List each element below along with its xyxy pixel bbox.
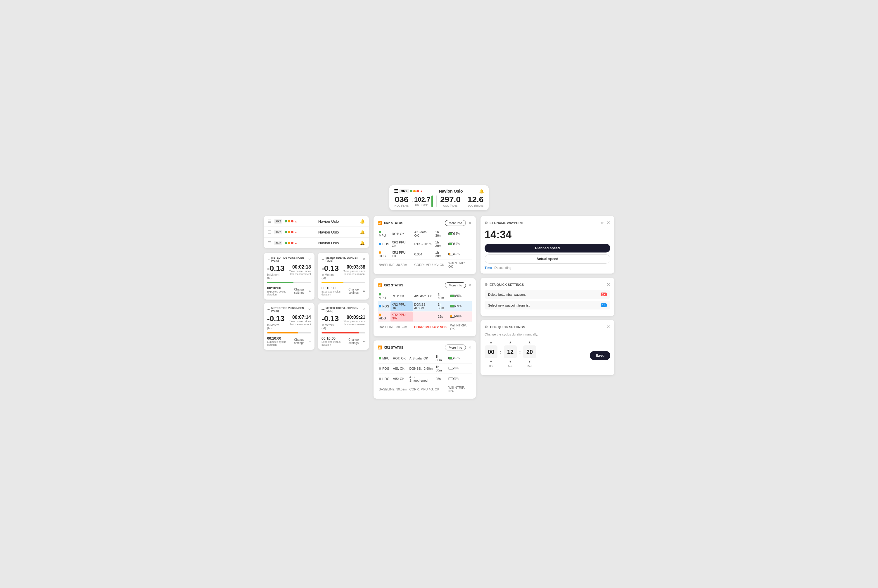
tide-card-1: 〰 METEO TIDE VLISSINGEN (VLIS) ✕ -0.13 I… [264, 253, 315, 300]
time-unit-sec: ▲ 20 ▼ Sec [523, 340, 536, 368]
rot-left-arrow: ‹ [412, 200, 413, 203]
menu-icon-2[interactable]: ☰ [268, 230, 272, 234]
vessel-list: ☰ XR2 ▲ Navion Oslo 🔔 ☰ XR2 [264, 216, 369, 248]
vessel-tag: XR2 [399, 189, 409, 194]
tide-unit-4: In Meters (M) [321, 324, 339, 330]
change-settings-btn-3[interactable]: Change settings ✏ [291, 338, 311, 345]
vessel-bell-2[interactable]: 🔔 [360, 230, 365, 234]
tide-progress-4 [321, 332, 365, 333]
vessel-item-3[interactable]: ☰ XR2 ▲ Navion Oslo 🔔 [264, 238, 369, 248]
tide-progress-1 [267, 282, 311, 283]
tide-time-label-2: Time passed since last measurement [339, 270, 365, 276]
edit-icon-4: ✏ [363, 340, 365, 343]
vessel-name-1: Navion Oslo [300, 219, 357, 224]
tide-qs-save-btn[interactable]: Save [590, 351, 610, 360]
min-label: Min [508, 365, 513, 368]
eta-edit-btn[interactable]: ✏ [600, 220, 604, 225]
sec-label: Sec [527, 365, 532, 368]
battery-mpu-3: 85% [448, 357, 460, 360]
xr2-card-2: 📶 XR2 STATUS More info ✕ MPU ROT: OK AIS… [374, 278, 476, 336]
tide-close-1[interactable]: ✕ [308, 257, 311, 261]
tide-cyclus-label-1: Expected cyclus duration [267, 290, 291, 296]
min-up-btn[interactable]: ▲ [508, 340, 513, 345]
vessel-item-1[interactable]: ☰ XR2 ▲ Navion Oslo 🔔 [264, 216, 369, 227]
tide-qs-close-btn[interactable]: ✕ [606, 324, 610, 330]
tide-close-4[interactable]: ✕ [362, 308, 365, 312]
hamburger-icon[interactable]: ☰ [394, 188, 398, 194]
middle-section: 📶 XR2 STATUS More info ✕ MPU ROT: OK AIS… [374, 216, 476, 403]
xr2-row-hdg-1: HDG XR2 PPU: OK 0.004 1h 30m 46% [378, 249, 472, 260]
vessel-name-2: Navion Oslo [300, 230, 357, 234]
tide-card-2: 〰 METEO TIDE VLISSINGEN (VLIS) ✕ -0.13 I… [318, 253, 369, 300]
xr2-row-hdg-2: HDG XR2 PPU: N/A 25s 46% [378, 312, 472, 322]
vessel-item-2[interactable]: ☰ XR2 ▲ Navion Oslo 🔔 [264, 227, 369, 238]
tide-qs-gear-icon: ⚙ [485, 325, 488, 329]
vessel-tag-3: XR2 [274, 241, 282, 245]
planned-speed-btn[interactable]: Planned speed [485, 244, 610, 252]
xr2-close-2[interactable]: ✕ [468, 283, 472, 288]
eta-time-label[interactable]: Time [485, 266, 492, 270]
hrs-up-btn[interactable]: ▲ [489, 340, 493, 345]
menu-icon-3[interactable]: ☰ [268, 240, 272, 245]
vessel-bell-1[interactable]: 🔔 [360, 219, 365, 224]
edit-icon-1: ✏ [309, 290, 311, 293]
change-settings-btn-1[interactable]: Change settings ✏ [291, 288, 311, 294]
select-badge: 19 [600, 303, 607, 307]
delete-waypoint-btn[interactable]: Delete bottombar waypont 1× [485, 290, 610, 298]
delete-waypoint-label: Delete bottombar waypont [488, 293, 525, 296]
xr2-row-mpu-1: MPU ROT: OK AIS data: OK 1h 30m 85% [378, 229, 472, 239]
tide-cards-grid: 〰 METEO TIDE VLISSINGEN (VLIS) ✕ -0.13 I… [264, 253, 369, 350]
baseline-row-1: BASELINE 30.52m CORR: MPU 4G: OK Wifi NT… [378, 260, 472, 270]
tide-cyclus-value-1: 00:10:00 [267, 286, 291, 290]
xr2-row-pos-3: POS AIS: OK DGNSS: -0.90m 1h 30m N/A [378, 363, 472, 374]
dot-green [410, 190, 413, 192]
tide-title-3: METEO TIDE VLISSINGEN (VLIS) [271, 307, 308, 312]
tide-close-2[interactable]: ✕ [362, 257, 365, 261]
bell-icon[interactable]: 🔔 [479, 189, 484, 194]
xr2-title-1: XR2 STATUS [384, 221, 403, 225]
sec-up-btn[interactable]: ▲ [527, 340, 532, 345]
hrs-down-btn[interactable]: ▼ [489, 359, 493, 364]
tide-value-4: -0.13 [321, 315, 339, 322]
tide-unit-2: In Meters (M) [321, 273, 339, 280]
change-settings-btn-4[interactable]: Change settings ✏ [345, 338, 365, 345]
tide-card-3: 〰 METEO TIDE VLISSINGEN (VLIS) ✕ -0.13 I… [264, 303, 315, 350]
eta-close-btn[interactable]: ✕ [606, 220, 610, 226]
rot-container: ‹ 102.7 ROT (°/min) [412, 195, 433, 207]
main-layout: ☰ XR2 ▲ Navion Oslo 🔔 ☰ XR2 [264, 216, 614, 403]
xr2-close-1[interactable]: ✕ [468, 220, 472, 225]
wifi-icon-2: 📶 [378, 283, 382, 287]
change-settings-btn-2[interactable]: Change settings ✏ [345, 288, 365, 294]
more-info-btn-2[interactable]: More info [445, 282, 466, 288]
actual-speed-btn[interactable]: Actual speed [485, 254, 610, 264]
select-waypoint-btn[interactable]: Select new waypoint from list 19 [485, 301, 610, 309]
min-down-btn[interactable]: ▼ [508, 359, 513, 364]
more-info-btn-1[interactable]: More info [445, 220, 466, 226]
tide-unit-1: In Meters (M) [267, 273, 284, 280]
xr2-table-2: MPU ROT: OK AIS data: OK 1h 30m 85% POS [378, 291, 472, 332]
tide-close-3[interactable]: ✕ [308, 308, 311, 312]
tide-qs-title: TIDE QUICK SETTINGS [489, 325, 525, 329]
more-info-btn-3[interactable]: More info [445, 345, 466, 350]
xr2-close-3[interactable]: ✕ [468, 345, 472, 350]
xr2-title-2: XR2 STATUS [384, 284, 403, 287]
ind-green-1 [379, 231, 381, 233]
nav-divider-2 [464, 195, 464, 207]
ind-gray-hdg-3 [379, 378, 381, 380]
wifi-icon-3: 📶 [378, 345, 382, 350]
tide-progress-3 [267, 332, 311, 333]
battery-pos-1: 89% [448, 242, 460, 246]
vessel-bell-3[interactable]: 🔔 [360, 240, 365, 245]
qs-close-btn[interactable]: ✕ [606, 282, 610, 287]
wifi-icon-1: 📶 [378, 221, 382, 225]
tide-time-2: 00:03:38 [339, 264, 365, 270]
tide-value-1: -0.13 [267, 264, 284, 272]
tide-time-label-1: Time passed since last measurement [284, 270, 311, 276]
tide-time-1: 00:02:18 [284, 264, 311, 270]
battery-mpu-2: 85% [450, 294, 462, 297]
menu-icon-1[interactable]: ☰ [268, 219, 272, 224]
battery-hdg-1: 46% [448, 252, 460, 256]
eta-gear-icon: ⚙ [485, 221, 488, 225]
sec-down-btn[interactable]: ▼ [527, 359, 532, 364]
cog-metric: 297.0 COG (°) AIS [440, 195, 461, 207]
